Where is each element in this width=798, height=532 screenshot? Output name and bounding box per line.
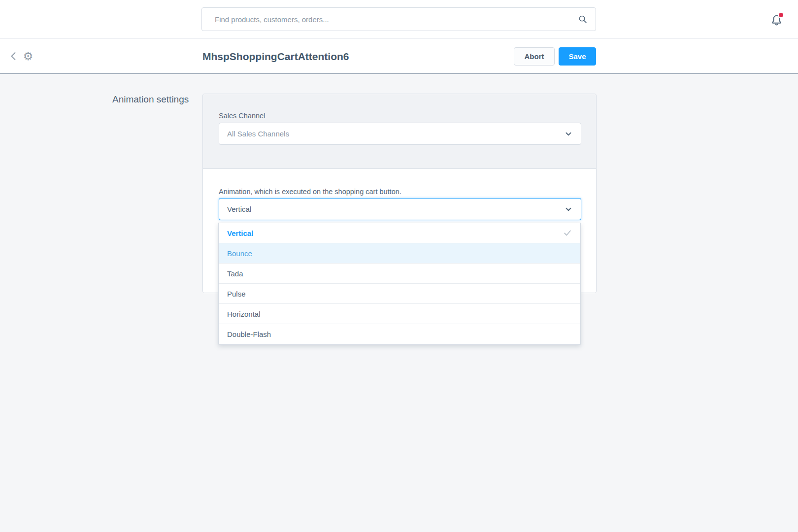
search-input[interactable] bbox=[201, 7, 596, 31]
save-button[interactable]: Save bbox=[559, 47, 596, 66]
dropdown-option-horizontal[interactable]: Horizontal bbox=[219, 304, 580, 324]
page-title: MhspShoppingCartAttention6 bbox=[202, 39, 349, 74]
dropdown-option-label: Horizontal bbox=[227, 310, 261, 318]
dropdown-option-tada[interactable]: Tada bbox=[219, 264, 580, 284]
dropdown-option-label: Bounce bbox=[227, 249, 252, 258]
dropdown-option-label: Tada bbox=[227, 269, 243, 278]
sales-channel-label: Sales Channel bbox=[219, 112, 265, 120]
dropdown-option-label: Double-Flash bbox=[227, 330, 271, 338]
search-icon[interactable] bbox=[577, 14, 588, 25]
dropdown-option-double-flash[interactable]: Double-Flash bbox=[219, 324, 580, 344]
dropdown-option-label: Vertical bbox=[227, 229, 253, 237]
dropdown-option-bounce[interactable]: Bounce bbox=[219, 243, 580, 264]
sales-channel-select[interactable]: All Sales Channels bbox=[219, 123, 581, 145]
chevron-down-icon bbox=[564, 205, 573, 214]
animation-select-value: Vertical bbox=[227, 205, 251, 213]
dropdown-option-pulse[interactable]: Pulse bbox=[219, 284, 580, 304]
animation-dropdown-list: VerticalBounceTadaPulseHorizontalDouble-… bbox=[218, 223, 581, 345]
sales-channel-value: All Sales Channels bbox=[227, 130, 289, 138]
content-area: Animation settings Sales Channel All Sal… bbox=[0, 75, 798, 532]
top-bar bbox=[0, 0, 798, 38]
dropdown-option-label: Pulse bbox=[227, 290, 246, 298]
notification-badge bbox=[778, 12, 784, 18]
section-label: Animation settings bbox=[112, 94, 189, 105]
dropdown-option-vertical[interactable]: Vertical bbox=[219, 223, 580, 243]
notification-bell[interactable] bbox=[770, 13, 785, 27]
check-icon bbox=[563, 229, 572, 237]
animation-select[interactable]: Vertical bbox=[219, 198, 581, 220]
smart-bar: ⚙ MhspShoppingCartAttention6 Abort Save bbox=[0, 39, 798, 74]
back-chevron-icon[interactable] bbox=[8, 50, 20, 62]
global-search bbox=[201, 7, 596, 31]
chevron-down-icon bbox=[564, 130, 573, 138]
sales-channel-section: Sales Channel All Sales Channels bbox=[203, 94, 596, 169]
animation-label: Animation, which is executed on the shop… bbox=[219, 188, 401, 196]
abort-button[interactable]: Abort bbox=[514, 47, 555, 66]
gear-icon[interactable]: ⚙ bbox=[22, 49, 34, 63]
